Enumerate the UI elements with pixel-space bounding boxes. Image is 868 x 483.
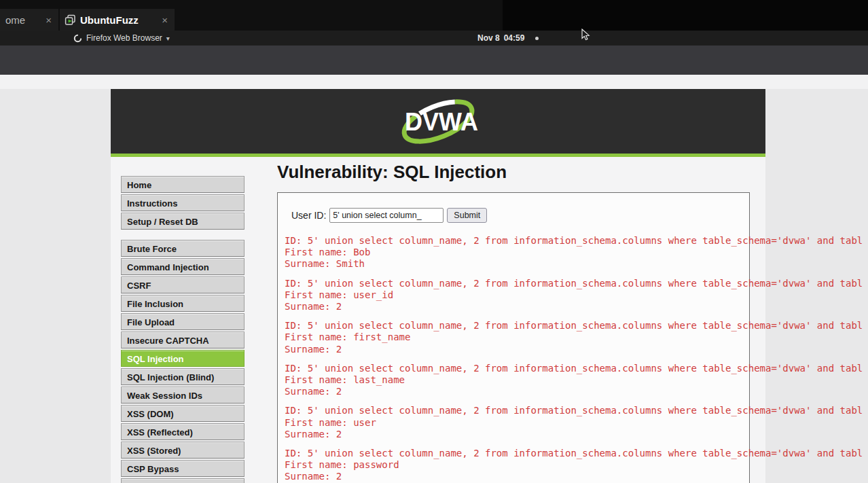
user-id-input[interactable]: [329, 208, 444, 223]
page-title: Vulnerability: SQL Injection: [277, 162, 507, 183]
sqli-result-block: ID: 5' union select column_name, 2 from …: [285, 448, 863, 483]
sidebar-item-file-inclusion[interactable]: File Inclusion: [121, 295, 245, 312]
submit-button[interactable]: Submit: [447, 208, 487, 223]
vulnerability-box: User ID: Submit ID: 5' union select colu…: [277, 192, 750, 483]
sidebar-item-csp-bypass[interactable]: CSP Bypass: [121, 460, 245, 477]
firefox-tabbar: Vulnerability: SQL Injecti × + − ×: [0, 46, 868, 75]
clock-time: 04:59: [504, 33, 525, 43]
dvwa-logo: DVWA: [387, 96, 489, 147]
app-menu-firefox[interactable]: Firefox Web Browser ▾: [73, 31, 170, 46]
sidebar-item-instructions[interactable]: Instructions: [121, 194, 245, 211]
vm-tab-label: ome: [5, 14, 25, 26]
vm-tab-label: UbuntuFuzz: [80, 14, 139, 26]
caret-down-icon: ▾: [166, 35, 170, 42]
browser-viewport: DVWA HomeInstructionsSetup / Reset DB Br…: [0, 89, 868, 483]
sqli-result-block: ID: 5' union select column_name, 2 from …: [285, 278, 863, 313]
accent-bar: [111, 154, 765, 157]
app-menu-label: Firefox Web Browser: [86, 33, 162, 43]
sqli-results: ID: 5' union select column_name, 2 from …: [285, 235, 749, 483]
sidebar-modules-group: Brute ForceCommand InjectionCSRFFile Inc…: [121, 240, 245, 477]
sqli-result-block: ID: 5' union select column_name, 2 from …: [285, 405, 863, 440]
sqli-result-block: ID: 5' union select column_name, 2 from …: [285, 235, 863, 270]
vm-running-icon: [65, 14, 76, 26]
sqli-result-block: ID: 5' union select column_name, 2 from …: [285, 320, 863, 355]
sidebar-item-brute-force[interactable]: Brute Force: [121, 240, 245, 257]
gnome-top-bar: Firefox Web Browser ▾ Nov 8 04:59: [0, 31, 868, 46]
vm-tab-background[interactable]: ome ×: [0, 9, 58, 31]
sidebar-item-file-upload[interactable]: File Upload: [121, 313, 245, 330]
notification-dot: [535, 37, 539, 40]
close-icon[interactable]: ×: [162, 14, 168, 26]
clock-menu[interactable]: Nov 8 04:59: [477, 31, 539, 46]
sidebar-item-home[interactable]: Home: [121, 176, 245, 193]
sidebar-item-sql-injection-blind[interactable]: SQL Injection (Blind): [121, 368, 245, 385]
sidebar-item-xss-reflected[interactable]: XSS (Reflected): [121, 423, 245, 440]
sidebar-item-xss-stored[interactable]: XSS (Stored): [121, 442, 245, 459]
close-icon[interactable]: ×: [46, 14, 52, 26]
user-id-label: User ID:: [291, 210, 326, 221]
dvwa-page: DVWA HomeInstructionsSetup / Reset DB Br…: [111, 89, 765, 483]
sqli-result-block: ID: 5' union select column_name, 2 from …: [285, 363, 863, 398]
vm-manager-tabstrip: ome × UbuntuFuzz ×: [0, 0, 868, 31]
sidebar-item-setup-reset-db[interactable]: Setup / Reset DB: [121, 213, 245, 230]
sidebar-item-weak-session-ids[interactable]: Weak Session IDs: [121, 387, 245, 404]
sidebar-item-insecure-captcha[interactable]: Insecure CAPTCHA: [121, 332, 245, 348]
sidebar-general-group: HomeInstructionsSetup / Reset DB: [121, 176, 245, 230]
vm-tab-ubuntufuzz[interactable]: UbuntuFuzz ×: [60, 9, 175, 31]
clock-date: Nov 8: [477, 33, 500, 43]
dvwa-sidebar: HomeInstructionsSetup / Reset DB Brute F…: [121, 176, 245, 483]
mouse-cursor: [581, 29, 591, 41]
firefox-navbar: ← → ↻ 192.168.132.140/DVWA/vulnerabiliti…: [0, 75, 868, 90]
firefox-logo-icon: [73, 34, 82, 43]
sidebar-item-csrf[interactable]: CSRF: [121, 276, 245, 293]
dvwa-header: DVWA: [111, 89, 765, 154]
sidebar-item-command-injection[interactable]: Command Injection: [121, 258, 245, 275]
sidebar-item-partial[interactable]: [121, 478, 245, 483]
sidebar-gap: [121, 231, 245, 240]
user-id-form: User ID: Submit: [291, 208, 749, 223]
logo-text: DVWA: [405, 108, 478, 136]
sidebar-item-xss-dom[interactable]: XSS (DOM): [121, 405, 245, 422]
sidebar-item-sql-injection[interactable]: SQL Injection: [121, 350, 245, 367]
